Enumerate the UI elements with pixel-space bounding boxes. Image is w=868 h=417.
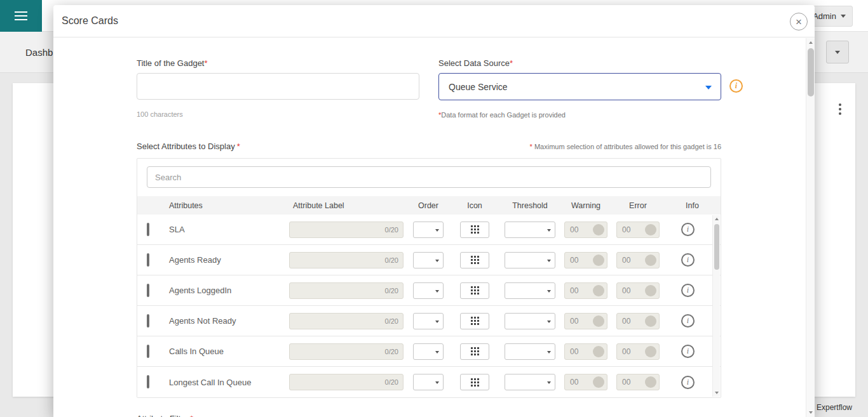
header-attributes: Attributes [161, 201, 288, 210]
brand-label: Expertflow [817, 403, 852, 412]
header-threshold: Threshold [500, 201, 560, 210]
color-dot-icon [593, 315, 604, 327]
chevron-down-icon [547, 229, 551, 232]
attribute-name: Calls In Queue [161, 347, 288, 356]
brand-footer[interactable]: Expertflow [810, 403, 852, 412]
threshold-select[interactable] [505, 313, 555, 329]
order-select[interactable] [413, 252, 444, 268]
threshold-select[interactable] [505, 222, 555, 238]
chevron-down-icon [435, 290, 439, 293]
error-input[interactable]: 00 [616, 222, 660, 238]
attribute-checkbox[interactable] [147, 375, 149, 388]
attributes-section-header: Select Attributes to Display* * Maximum … [137, 142, 721, 151]
color-dot-icon [645, 255, 656, 266]
attributes-panel: Attributes Attribute Label Order Icon Th… [137, 158, 721, 398]
table-row: Agents Ready 0/20 00 [137, 245, 721, 275]
attribute-checkbox[interactable] [147, 314, 149, 328]
info-icon[interactable]: i [681, 376, 695, 389]
order-select[interactable] [413, 313, 444, 329]
color-dot-icon [645, 376, 656, 388]
scroll-down-icon[interactable] [715, 392, 719, 394]
char-counter: 0/20 [385, 378, 398, 386]
kebab-menu-icon[interactable] [836, 101, 844, 117]
attribute-checkbox[interactable] [147, 253, 149, 267]
scroll-up-icon[interactable] [809, 41, 813, 44]
attribute-label-input[interactable]: 0/20 [289, 313, 403, 329]
info-icon[interactable]: i [681, 284, 695, 297]
modal-scrollbar[interactable] [806, 38, 815, 417]
warning-input[interactable]: 00 [564, 282, 607, 299]
attribute-name: SLA [161, 225, 288, 234]
scroll-down-icon[interactable] [809, 411, 813, 414]
threshold-select[interactable] [505, 252, 555, 268]
attribute-name: Agents Not Ready [161, 316, 288, 326]
warning-input[interactable]: 00 [564, 374, 607, 390]
search-input[interactable] [147, 166, 711, 188]
modal-header: Score Cards × [53, 5, 815, 37]
attribute-checkbox[interactable] [147, 223, 149, 236]
color-dot-icon [645, 224, 656, 235]
attributes-table-body: SLA 0/20 00 [137, 215, 721, 397]
chevron-down-icon [435, 321, 439, 323]
chevron-down-icon [435, 260, 439, 262]
attribute-label-input[interactable]: 0/20 [289, 222, 403, 238]
grid-icon [471, 256, 479, 264]
error-input[interactable]: 00 [616, 374, 660, 390]
table-row: Longest Call In Queue 0/20 00 [137, 367, 721, 397]
icon-picker-button[interactable] [460, 313, 489, 329]
warning-input[interactable]: 00 [564, 252, 607, 268]
order-select[interactable] [413, 282, 444, 299]
error-input[interactable]: 00 [616, 282, 660, 299]
page-title: Dashb [25, 47, 53, 58]
icon-picker-button[interactable] [460, 252, 489, 268]
chevron-down-icon [547, 290, 551, 293]
attribute-filter-label: Attribute Filter* [137, 414, 721, 417]
attribute-label-input[interactable]: 0/20 [289, 282, 403, 299]
color-dot-icon [593, 285, 604, 296]
chevron-down-icon [547, 260, 551, 262]
error-input[interactable]: 00 [616, 252, 660, 268]
max-selection-note: * Maximum selection of attributes allowe… [530, 143, 721, 151]
char-counter: 0/20 [385, 317, 398, 325]
attribute-label-input[interactable]: 0/20 [289, 374, 403, 390]
scrollbar-thumb[interactable] [808, 48, 814, 96]
error-input[interactable]: 00 [616, 313, 660, 329]
warning-input[interactable]: 00 [564, 222, 607, 238]
hamburger-menu-button[interactable] [0, 0, 42, 32]
attribute-label-input[interactable]: 0/20 [289, 252, 403, 268]
order-select[interactable] [413, 222, 444, 238]
icon-picker-button[interactable] [460, 222, 489, 238]
char-counter: 0/20 [385, 256, 398, 264]
warning-input[interactable]: 00 [564, 343, 607, 360]
data-source-select[interactable]: Queue Service [438, 73, 721, 100]
info-icon[interactable]: i [681, 345, 695, 358]
threshold-select[interactable] [505, 374, 555, 390]
close-button[interactable]: × [790, 13, 808, 30]
header-attribute-label: Attribute Label [288, 201, 407, 210]
attribute-checkbox[interactable] [147, 345, 149, 358]
info-icon[interactable]: i [681, 223, 695, 236]
table-scrollbar[interactable] [712, 215, 720, 397]
header-icon: Icon [449, 201, 500, 210]
info-icon[interactable]: i [681, 253, 695, 267]
attribute-label-input[interactable]: 0/20 [289, 343, 403, 360]
threshold-select[interactable] [505, 343, 555, 360]
icon-picker-button[interactable] [460, 282, 489, 299]
info-icon[interactable]: i [681, 314, 695, 328]
color-dot-icon [593, 346, 604, 357]
char-counter: 0/20 [385, 226, 398, 234]
order-select[interactable] [413, 343, 444, 360]
dashboard-dropdown-button[interactable] [826, 41, 849, 63]
data-source-info-icon[interactable]: i [729, 79, 743, 93]
attribute-checkbox[interactable] [147, 284, 149, 297]
icon-picker-button[interactable] [460, 374, 489, 390]
warning-input[interactable]: 00 [564, 313, 607, 329]
scroll-up-icon[interactable] [715, 218, 719, 220]
gadget-title-input[interactable] [137, 73, 419, 100]
icon-picker-button[interactable] [460, 343, 489, 360]
order-select[interactable] [413, 374, 444, 390]
chevron-down-icon [705, 86, 712, 89]
threshold-select[interactable] [505, 282, 555, 299]
scrollbar-thumb[interactable] [714, 224, 719, 270]
error-input[interactable]: 00 [616, 343, 660, 360]
